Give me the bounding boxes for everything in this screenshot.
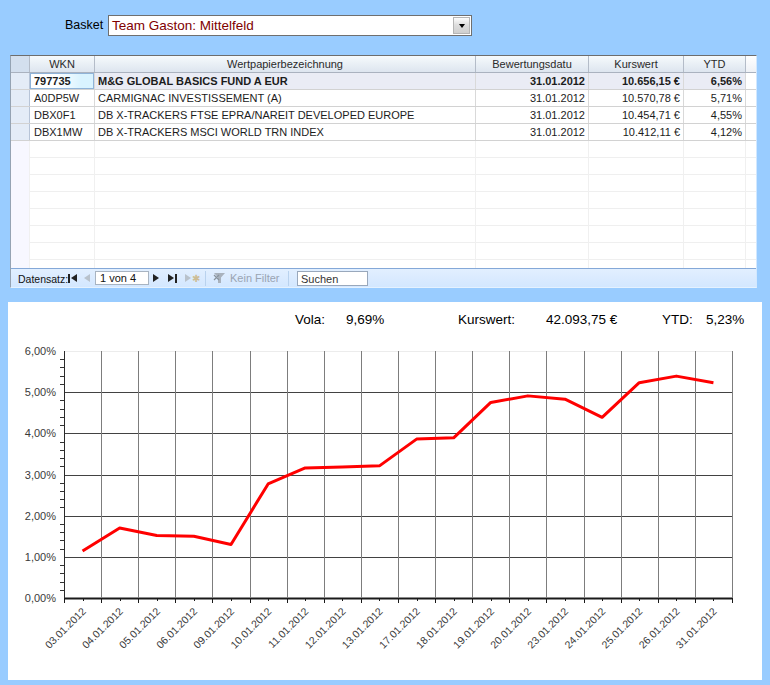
first-record-button[interactable]: [68, 272, 77, 284]
cell-name[interactable]: M&G GLOBAL BASICS FUND A EUR: [95, 73, 476, 89]
basket-dropdown-button[interactable]: [453, 17, 470, 34]
table-row[interactable]: A0DP5WCARMIGNAC INVESTISSEMENT (A)31.01.…: [11, 90, 756, 107]
y-tick-label: 6,00%: [25, 345, 56, 357]
column-header-filler: [746, 56, 756, 72]
search-input[interactable]: Suchen: [297, 271, 368, 286]
column-header-date[interactable]: Bewertungsdatu: [476, 56, 589, 72]
chevron-down-icon: [459, 24, 465, 28]
y-tick-label: 3,00%: [25, 469, 56, 481]
row-selector[interactable]: [11, 73, 30, 89]
basket-value: Team Gaston: Mittelfeld: [112, 18, 254, 33]
basket-combobox[interactable]: Team Gaston: Mittelfeld: [108, 15, 472, 36]
new-record-button[interactable]: ✱: [185, 272, 200, 284]
cell-name[interactable]: DB X-TRACKERS MSCI WORLD TRN INDEX: [95, 124, 476, 140]
cell-filler: [746, 90, 756, 106]
row-selector[interactable]: [11, 90, 30, 106]
table-row[interactable]: 797735M&G GLOBAL BASICS FUND A EUR31.01.…: [11, 73, 756, 90]
record-position-box[interactable]: 1 von 4: [95, 271, 149, 285]
y-tick-label: 4,00%: [25, 427, 56, 439]
cell-kurswert[interactable]: 10.570,78 €: [589, 90, 684, 106]
cell-date[interactable]: 31.01.2012: [476, 73, 589, 89]
cell-name[interactable]: DB X-TRACKERS FTSE EPRA/NAREIT DEVELOPED…: [95, 107, 476, 123]
empty-grid-area: [11, 141, 756, 268]
cell-filler: [746, 73, 756, 89]
cell-filler: [746, 124, 756, 140]
y-tick-label: 0,00%: [25, 592, 56, 604]
chart-panel: Vola: 9,69% Kurswert: 42.093,75 € YTD: 5…: [8, 302, 762, 680]
column-header-wkn[interactable]: WKN: [30, 56, 95, 72]
cell-wkn[interactable]: 797735: [30, 73, 95, 89]
y-tick-label: 5,00%: [25, 386, 56, 398]
cell-wkn[interactable]: DBX1MW: [30, 124, 95, 140]
cell-date[interactable]: 31.01.2012: [476, 124, 589, 140]
filter-icon: [213, 273, 226, 284]
cell-ytd[interactable]: 4,12%: [684, 124, 746, 140]
cell-date[interactable]: 31.01.2012: [476, 107, 589, 123]
cell-ytd[interactable]: 6,56%: [684, 73, 746, 89]
cell-filler: [746, 107, 756, 123]
table-row[interactable]: DBX1MWDB X-TRACKERS MSCI WORLD TRN INDEX…: [11, 124, 756, 141]
cell-date[interactable]: 31.01.2012: [476, 90, 589, 106]
record-selector-strip: [11, 141, 29, 268]
row-selector[interactable]: [11, 124, 30, 140]
new-record-star-icon: ✱: [192, 274, 200, 283]
cell-ytd[interactable]: 5,71%: [684, 90, 746, 106]
column-header-ytd[interactable]: YTD: [684, 56, 746, 72]
basket-label: Basket: [65, 18, 103, 32]
column-header-kurswert[interactable]: Kurswert: [589, 56, 684, 72]
cell-kurswert[interactable]: 10.454,71 €: [589, 107, 684, 123]
record-navigator: Datensatz: 1 von 4 ✱ Kein Filter Suchen: [11, 268, 756, 287]
datasheet: WKN Wertpapierbezeichnung Bewertungsdatu…: [10, 55, 757, 288]
record-navigator-label: Datensatz:: [18, 273, 68, 285]
filter-toggle[interactable]: Kein Filter: [230, 272, 280, 284]
cell-name[interactable]: CARMIGNAC INVESTISSEMENT (A): [95, 90, 476, 106]
row-selector[interactable]: [11, 107, 30, 123]
table-row[interactable]: DBX0F1DB X-TRACKERS FTSE EPRA/NAREIT DEV…: [11, 107, 756, 124]
cell-ytd[interactable]: 4,55%: [684, 107, 746, 123]
table-header: WKN Wertpapierbezeichnung Bewertungsdatu…: [11, 56, 756, 73]
performance-chart: 0,00%1,00%2,00%3,00%4,00%5,00%6,00%03.01…: [8, 302, 762, 680]
next-record-button[interactable]: [153, 272, 159, 284]
last-record-button[interactable]: [168, 272, 177, 284]
cell-wkn[interactable]: DBX0F1: [30, 107, 95, 123]
cell-kurswert[interactable]: 10.656,15 €: [589, 73, 684, 89]
y-tick-label: 2,00%: [25, 510, 56, 522]
cell-wkn[interactable]: A0DP5W: [30, 90, 95, 106]
select-all-corner[interactable]: [11, 56, 30, 72]
previous-record-button[interactable]: [84, 272, 90, 284]
x-tick-label: 31.01.2012: [673, 605, 719, 651]
cell-kurswert[interactable]: 10.412,11 €: [589, 124, 684, 140]
column-header-name[interactable]: Wertpapierbezeichnung: [95, 56, 476, 72]
y-tick-label: 1,00%: [25, 551, 56, 563]
